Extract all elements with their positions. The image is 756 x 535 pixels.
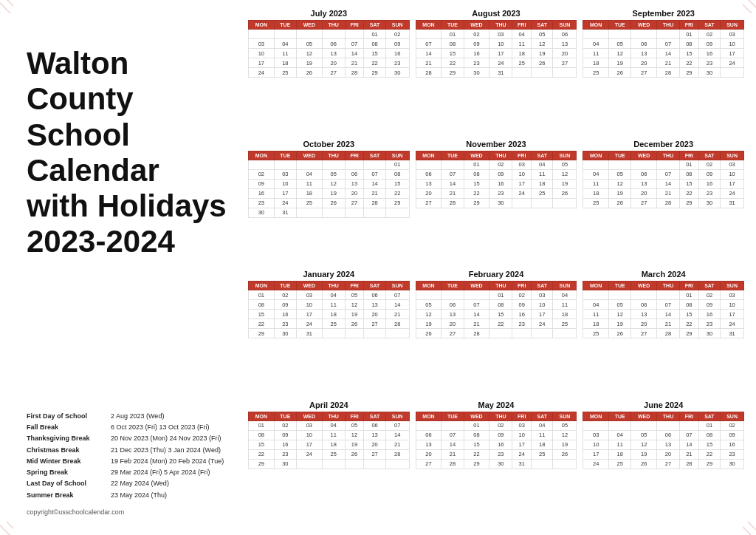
day-header: THU [489,151,512,160]
day-cell: 26 [345,319,364,329]
info-label: First Day of School [27,411,108,422]
day-cell: 08 [441,39,464,49]
day-cell: 27 [631,68,657,78]
day-cell: 15 [464,440,489,449]
month-table: MONTUEWEDTHUFRISATSUN0102030405060708091… [416,151,577,208]
day-cell: 25 [512,58,532,68]
day-cell: 02 [489,160,512,169]
day-cell: 18 [322,440,345,449]
day-cell: 19 [297,58,323,68]
day-cell: 10 [297,430,323,440]
day-cell [345,208,364,217]
day-cell: 07 [656,300,679,310]
day-cell: 30 [489,198,512,208]
day-cell: 22 [680,58,699,68]
info-value: 22 May 2024 (Wed) [111,478,169,489]
day-cell: 27 [631,198,657,208]
day-cell: 07 [656,169,679,179]
day-cell: 15 [680,310,699,319]
day-cell: 30 [274,459,296,468]
day-cell: 07 [385,420,409,430]
info-value: 6 Oct 2023 (Fri) 13 Oct 2023 (Fri) [111,422,210,433]
day-header: MON [249,412,275,420]
day-cell: 17 [721,49,744,58]
day-cell: 08 [464,169,489,179]
day-cell: 14 [345,49,364,58]
day-cell: 23 [274,449,296,459]
day-cell: 18 [608,449,630,459]
day-cell [274,30,296,39]
day-cell: 01 [464,160,489,169]
day-cell: 06 [345,169,364,179]
day-cell: 13 [345,179,364,188]
day-cell: 01 [698,420,721,430]
day-cell: 12 [553,169,577,179]
day-cell: 16 [489,440,512,449]
day-header: SUN [385,21,409,30]
day-header: SUN [721,412,744,420]
day-cell [553,329,577,338]
day-cell: 23 [721,449,744,459]
day-cell: 23 [464,58,489,68]
copyright: copyright©usschoolcalendar.com [27,508,233,516]
day-header: TUE [441,282,464,290]
calendar-month: December 2023MONTUEWEDTHUFRISATSUN010203… [583,140,744,266]
day-cell: 14 [656,49,679,58]
day-cell: 03 [489,30,512,39]
day-cell [583,420,609,430]
day-cell: 17 [297,440,323,449]
day-header: MON [583,21,609,30]
day-header: MON [416,282,441,290]
day-cell: 15 [680,49,699,58]
day-cell: 25 [274,68,296,78]
day-header: MON [583,412,609,420]
day-cell: 24 [512,449,532,459]
day-cell: 31 [489,68,512,78]
day-cell: 13 [322,49,345,58]
day-cell [249,160,275,169]
day-cell: 16 [698,49,721,58]
day-cell: 21 [441,188,464,198]
title-line4: 2023-2024 [27,224,175,259]
day-cell: 06 [631,169,657,179]
day-cell: 14 [416,49,441,58]
day-cell: 14 [364,179,386,188]
day-cell: 24 [721,188,744,198]
day-cell: 18 [274,58,296,68]
day-cell: 18 [583,319,609,329]
day-cell: 08 [385,169,409,179]
month-table: MONTUEWEDTHUFRISATSUN0102030405060708091… [583,20,744,78]
info-value: 20 Nov 2023 (Mon) 24 Nov 2023 (Fri) [111,433,221,444]
day-cell [583,30,609,39]
day-cell: 15 [441,49,464,58]
day-cell: 14 [464,310,489,319]
day-cell: 28 [441,459,464,468]
day-header: THU [489,21,512,30]
day-cell: 13 [364,300,386,310]
day-cell: 17 [249,58,275,68]
day-cell: 06 [416,430,441,440]
calendar-row: January 2024MONTUEWEDTHUFRISATSUN0102030… [248,270,744,396]
day-cell [583,290,609,300]
day-cell: 05 [531,30,553,39]
day-cell: 04 [512,30,532,39]
day-cell: 20 [345,188,364,198]
day-header: SUN [553,282,577,290]
day-cell: 23 [385,58,409,68]
day-header: WED [631,151,657,160]
day-cell: 03 [583,430,609,440]
day-header: MON [416,151,441,160]
day-cell: 19 [531,49,553,58]
day-cell: 28 [441,198,464,208]
day-cell: 15 [680,179,699,188]
day-cell: 06 [656,430,679,440]
day-cell: 09 [489,430,512,440]
day-cell: 25 [531,449,553,459]
day-cell: 19 [608,58,630,68]
month-table: MONTUEWEDTHUFRISATSUN0102030405060708091… [416,20,577,78]
day-cell: 14 [656,310,679,319]
day-cell: 03 [721,160,744,169]
day-header: SUN [385,412,409,420]
day-cell [364,208,386,217]
day-cell: 07 [385,290,409,300]
